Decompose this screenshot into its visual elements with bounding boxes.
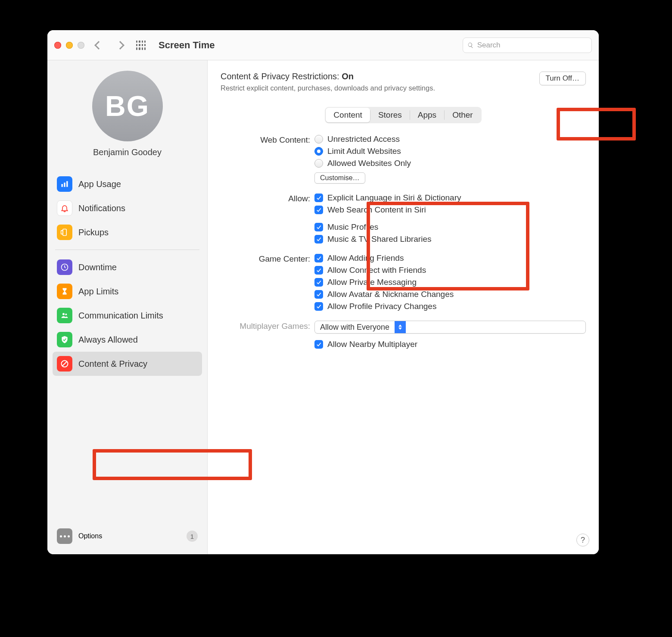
radio-label: Allowed Websites Only — [327, 159, 411, 168]
profile-name: Benjamin Goodey — [93, 147, 162, 157]
sidebar-item-communication-limits[interactable]: Communication Limits — [53, 303, 202, 328]
radio-icon — [314, 159, 323, 168]
checkbox-icon — [314, 340, 323, 349]
back-button[interactable] — [94, 41, 103, 50]
check-label: Allow Private Messaging — [327, 278, 417, 287]
sidebar-item-label: Downtime — [78, 262, 117, 272]
check-nearby-multiplayer[interactable]: Allow Nearby Multiplayer — [314, 340, 586, 349]
sidebar-item-app-usage[interactable]: App Usage — [53, 172, 202, 196]
chart-icon — [57, 176, 72, 192]
help-button[interactable]: ? — [576, 534, 589, 546]
customise-button[interactable]: Customise… — [314, 172, 365, 184]
people-icon — [57, 308, 72, 323]
svg-rect-4 — [61, 231, 63, 234]
game-center-label: Game Center: — [221, 253, 311, 321]
web-content-label: Web Content: — [221, 134, 311, 193]
nav-arrows — [96, 42, 123, 48]
check-label: Allow Profile Privacy Changes — [327, 302, 436, 311]
sidebar-item-label: Content & Privacy — [78, 359, 147, 369]
multiplayer-label: Multiplayer Games: — [221, 321, 311, 359]
check-avatar-nickname[interactable]: Allow Avatar & Nickname Changes — [314, 290, 586, 299]
main-content: Content & Privacy Restrictions: On Restr… — [208, 60, 599, 554]
check-profile-privacy[interactable]: Allow Profile Privacy Changes — [314, 302, 586, 311]
checkbox-icon — [314, 194, 323, 202]
svg-point-6 — [62, 313, 65, 315]
tab-stores[interactable]: Stores — [370, 108, 410, 122]
svg-point-7 — [65, 313, 67, 315]
sidebar-item-pickups[interactable]: Pickups — [53, 220, 202, 244]
check-private-messaging[interactable]: Allow Private Messaging — [314, 278, 586, 287]
checkbox-icon — [314, 254, 323, 262]
svg-line-9 — [62, 361, 67, 366]
sidebar-item-label: App Usage — [78, 179, 121, 189]
forward-button[interactable] — [116, 41, 124, 50]
check-music-tv-shared[interactable]: Music & TV Shared Libraries — [314, 234, 586, 244]
check-label: Web Search Content in Siri — [327, 205, 426, 215]
check-music-profiles[interactable]: Music Profiles — [314, 222, 586, 232]
bell-icon — [57, 200, 72, 216]
sidebar-item-app-limits[interactable]: App Limits — [53, 279, 202, 303]
stepper-icon — [395, 321, 406, 333]
check-label: Music Profiles — [327, 222, 378, 232]
turn-off-button[interactable]: Turn Off… — [539, 72, 586, 85]
svg-rect-0 — [62, 184, 63, 187]
radio-label: Limit Adult Websites — [327, 147, 401, 156]
page-heading: Content & Privacy Restrictions: On — [221, 72, 539, 81]
svg-rect-2 — [66, 181, 68, 187]
sidebar-item-downtime[interactable]: Downtime — [53, 255, 202, 279]
check-adding-friends[interactable]: Allow Adding Friends — [314, 253, 586, 263]
options-badge: 1 — [187, 531, 198, 542]
minimize-window-button[interactable] — [66, 42, 73, 49]
svg-rect-1 — [64, 183, 65, 187]
avatar-initials: BG — [105, 90, 149, 122]
checkbox-icon — [314, 206, 323, 214]
radio-icon — [314, 135, 323, 144]
search-input[interactable] — [477, 41, 587, 50]
sidebar-item-content-privacy[interactable]: Content & Privacy — [53, 352, 202, 376]
shield-check-icon — [57, 332, 72, 347]
sidebar-item-label: Pickups — [78, 228, 109, 237]
allow-group-2: Music Profiles Music & TV Shared Librari… — [314, 222, 586, 244]
check-label: Allow Avatar & Nickname Changes — [327, 290, 454, 299]
page-subtitle: Restrict explicit content, purchases, do… — [221, 84, 539, 92]
radio-limit-adult[interactable]: Limit Adult Websites — [314, 147, 586, 156]
ellipsis-icon — [57, 528, 72, 544]
radio-allowed-only[interactable]: Allowed Websites Only — [314, 159, 586, 168]
no-entry-icon — [57, 356, 72, 372]
profile-block: BG Benjamin Goodey — [53, 71, 202, 157]
check-web-search-siri[interactable]: Web Search Content in Siri — [314, 205, 586, 215]
sidebar-item-label: Always Allowed — [78, 335, 138, 345]
search-icon — [467, 42, 474, 49]
sidebar-options[interactable]: Options 1 — [53, 525, 202, 547]
svg-rect-3 — [63, 229, 66, 236]
tab-other[interactable]: Other — [445, 108, 481, 122]
avatar[interactable]: BG — [92, 71, 163, 141]
radio-icon — [314, 147, 323, 156]
check-explicit-language[interactable]: Explicit Language in Siri & Dictionary — [314, 193, 586, 203]
radio-unrestricted[interactable]: Unrestricted Access — [314, 134, 586, 144]
sidebar: BG Benjamin Goodey App Usage Not — [47, 60, 208, 554]
check-label: Allow Connect with Friends — [327, 265, 426, 275]
check-label: Allow Adding Friends — [327, 253, 404, 263]
web-content-group: Unrestricted Access Limit Adult Websites… — [314, 134, 586, 184]
allow-label: Allow: — [221, 193, 311, 222]
check-connect-friends[interactable]: Allow Connect with Friends — [314, 265, 586, 275]
options-label: Options — [78, 532, 102, 540]
game-center-group: Allow Adding Friends Allow Connect with … — [314, 253, 586, 311]
zoom-window-button[interactable] — [78, 42, 84, 49]
window-toolbar: Screen Time — [47, 30, 599, 60]
sidebar-item-always-allowed[interactable]: Always Allowed — [53, 328, 202, 352]
search-field[interactable] — [463, 37, 592, 53]
content-tabs: Content Stores Apps Other — [325, 107, 481, 123]
tab-content[interactable]: Content — [326, 108, 370, 122]
multiplayer-select[interactable]: Allow with Everyone — [314, 321, 586, 334]
sidebar-item-notifications[interactable]: Notifications — [53, 196, 202, 220]
window-title: Screen Time — [159, 40, 463, 51]
close-window-button[interactable] — [54, 42, 61, 49]
show-all-prefs-button[interactable] — [136, 41, 146, 50]
select-value: Allow with Everyone — [315, 321, 395, 333]
tab-apps[interactable]: Apps — [410, 108, 444, 122]
pickups-icon — [57, 225, 72, 240]
checkbox-icon — [314, 302, 323, 311]
check-label: Explicit Language in Siri & Dictionary — [327, 193, 461, 203]
